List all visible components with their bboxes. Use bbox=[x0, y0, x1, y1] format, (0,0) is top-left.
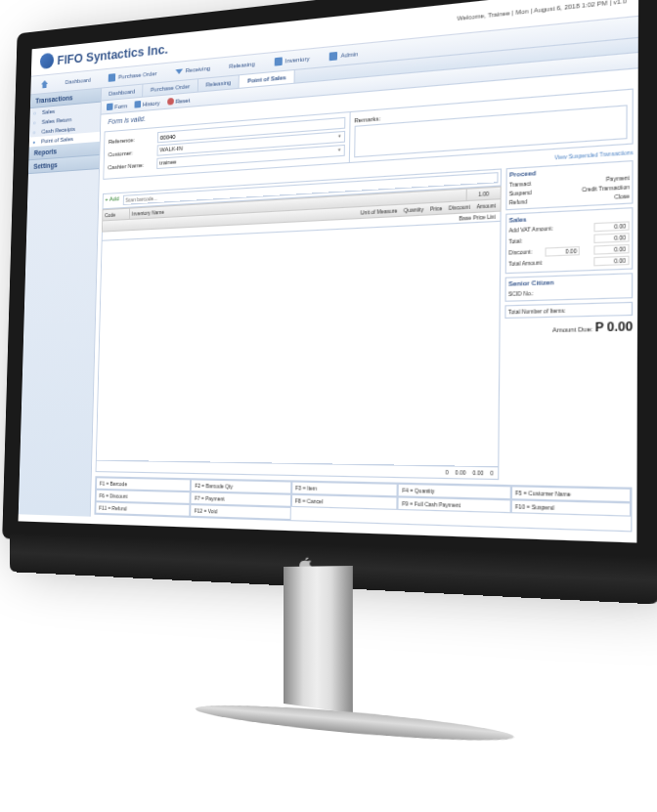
layout: Transactions Sales Sales Return Cash Rec… bbox=[19, 38, 638, 534]
nav-inventory[interactable]: Inventory bbox=[268, 51, 316, 69]
sales-box: Sales Add VAT Amount: 0.00 Total: 0.00 bbox=[505, 207, 634, 274]
toolbar-reset[interactable]: Reset bbox=[167, 96, 191, 105]
reference-label: Reference: bbox=[109, 135, 153, 145]
proceed-refund[interactable]: Refund bbox=[509, 198, 528, 206]
nav-admin[interactable]: Admin bbox=[324, 46, 365, 64]
shortcuts: F1 = Barcode F2 = Barcode Qty F3 = Item … bbox=[94, 476, 632, 532]
content: Dashboard Purchase Order Releasing Point… bbox=[91, 38, 638, 534]
discount-value[interactable]: 0.00 bbox=[546, 246, 581, 257]
reset-icon bbox=[167, 98, 174, 106]
nav-dashboard[interactable]: Dashboard bbox=[60, 72, 96, 90]
document-icon bbox=[109, 73, 116, 82]
col-price: Price bbox=[430, 205, 443, 212]
col-uom: Unit of Measure bbox=[361, 207, 398, 216]
shortcut-f10: F10 = Suspend bbox=[510, 499, 631, 516]
grid-body[interactable] bbox=[96, 222, 502, 468]
nav-releasing[interactable]: Releasing bbox=[223, 56, 260, 73]
discount-label: Discount: bbox=[508, 248, 532, 258]
total-amount-label: Total Amount: bbox=[508, 259, 543, 269]
history-icon bbox=[134, 101, 141, 108]
add-button[interactable]: + Add bbox=[105, 195, 119, 206]
proceed-close[interactable]: Close bbox=[614, 192, 630, 200]
total-label: Total: bbox=[508, 237, 522, 247]
shortcut-f12: F12 = Void bbox=[191, 504, 291, 520]
total-value: 0.00 bbox=[593, 233, 629, 243]
toolbar-history[interactable]: History bbox=[134, 99, 159, 107]
grid-left: + Add Code Inventory Name 1.00 Unit of M… bbox=[96, 168, 503, 480]
total-amount-value: 0.00 bbox=[593, 256, 629, 267]
monitor-stand-base bbox=[190, 701, 526, 750]
proceed-payment[interactable]: Payment bbox=[606, 174, 630, 182]
proceed-box: Proceed Transact Payment Suspend Credit … bbox=[505, 160, 633, 210]
vat-value: 0.00 bbox=[593, 221, 629, 232]
items-count-box: Total Number of Items: bbox=[504, 302, 633, 319]
items-count-label: Total Number of Items: bbox=[508, 307, 566, 315]
col-qty-default: 1.00 bbox=[467, 188, 501, 200]
sidebar: Transactions Sales Sales Return Cash Rec… bbox=[19, 89, 102, 517]
senior-box: Senior Citizen SCID No.: bbox=[504, 273, 633, 302]
app-window: FIFO Syntactics Inc. Welcome, Trainee | … bbox=[19, 0, 639, 542]
col-code: Code bbox=[103, 209, 130, 221]
total-qty: 0 bbox=[446, 469, 449, 476]
brand-name: FIFO Syntactics Inc. bbox=[57, 41, 168, 67]
screen: FIFO Syntactics Inc. Welcome, Trainee | … bbox=[2, 0, 657, 565]
grid-section: + Add Code Inventory Name 1.00 Unit of M… bbox=[96, 160, 634, 483]
welcome-text: Welcome, Trainee | Mon | August 6, 2018 … bbox=[457, 0, 626, 21]
discount-amt: 0.00 bbox=[593, 244, 629, 255]
cashier-label: Cashier Name: bbox=[108, 161, 153, 170]
total-discount: 0.00 bbox=[472, 469, 483, 476]
shortcut-f8: F8 = Cancel bbox=[291, 494, 398, 510]
nav-home[interactable] bbox=[36, 76, 54, 91]
nav-purchase-order[interactable]: Purchase Order bbox=[103, 65, 162, 85]
remarks-label: Remarks: bbox=[354, 115, 380, 124]
vat-label: Add VAT Amount: bbox=[508, 225, 552, 235]
shortcut-f11: F11 = Refund bbox=[95, 501, 190, 517]
col-discount: Discount bbox=[449, 203, 470, 211]
proceed-transact[interactable]: Transact bbox=[509, 180, 531, 188]
home-icon bbox=[41, 80, 48, 89]
scid-label: SCID No.: bbox=[508, 290, 534, 298]
amount-due-label: Amount Due: bbox=[552, 325, 593, 333]
box-icon bbox=[274, 57, 282, 65]
amount-due: Amount Due: P 0.00 bbox=[504, 320, 633, 336]
shortcut-f9: F9 = Full Cash Payment bbox=[398, 496, 511, 513]
toolbar-form[interactable]: Form bbox=[107, 102, 127, 110]
monitor-stand-neck bbox=[284, 566, 353, 713]
form-icon bbox=[107, 104, 113, 111]
total-amount: 0 bbox=[490, 470, 493, 477]
col-amount: Amount bbox=[476, 202, 496, 210]
download-icon bbox=[175, 68, 183, 74]
customer-label: Customer: bbox=[108, 148, 153, 157]
amount-due-value: P 0.00 bbox=[595, 320, 634, 334]
user-icon bbox=[329, 52, 337, 61]
monitor-mockup: FIFO Syntactics Inc. Welcome, Trainee | … bbox=[0, 0, 657, 812]
logo-icon bbox=[40, 53, 54, 69]
proceed-suspend[interactable]: Suspend bbox=[509, 189, 532, 196]
grid-right: Proceed Transact Payment Suspend Credit … bbox=[504, 160, 634, 483]
total-price: 0.00 bbox=[455, 469, 465, 476]
col-quantity: Quantity bbox=[404, 206, 423, 214]
nav-receiving[interactable]: Receiving bbox=[169, 61, 216, 79]
